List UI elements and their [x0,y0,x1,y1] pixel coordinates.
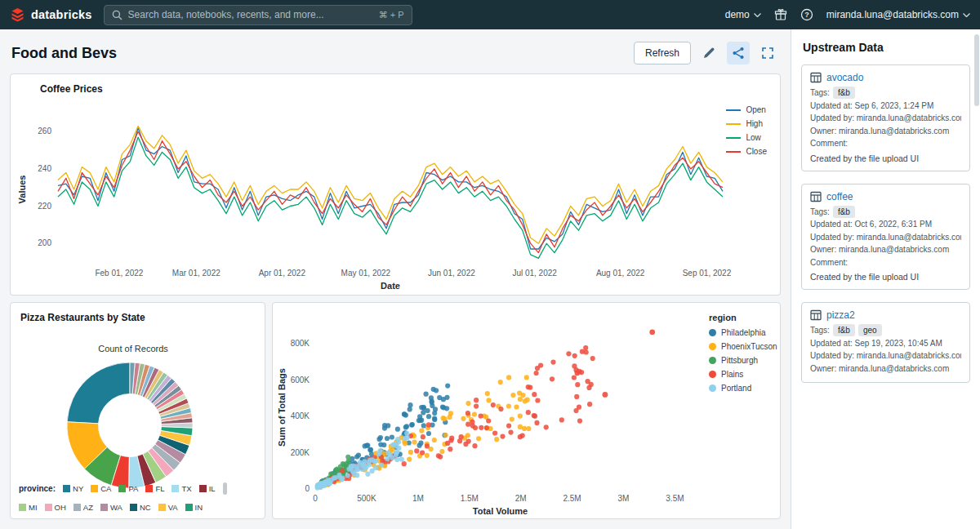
edit-button[interactable] [697,42,720,64]
legend-item-oh[interactable]: OH [45,503,66,512]
help-button[interactable]: ? [800,8,813,21]
tag-pill-fb[interactable]: f&b [833,324,855,336]
tag-pill-fb[interactable]: f&b [833,87,855,99]
table-icon [810,72,822,83]
legend-item-az[interactable]: AZ [74,503,93,512]
legend-label: VA [168,503,178,512]
table-icon [810,309,822,321]
legend-item-tx[interactable]: TX [172,484,191,493]
legend-item-wa[interactable]: WA [100,503,122,512]
svg-text:500K: 500K [357,494,376,503]
upstream-data-panel: Upstream Data avocadoTags:f&bUpdated at:… [791,29,980,529]
svg-text:400K: 400K [291,411,310,420]
legend-label: High [746,119,763,128]
scrollbar-thumb[interactable] [974,34,979,106]
donut-slice-ny[interactable] [67,362,130,424]
databricks-logo[interactable]: databricks [10,7,92,23]
comment-label: Comment: [810,137,961,150]
line-series-open[interactable] [58,128,723,249]
upstream-cards: avocadoTags:f&bUpdated at: Sep 6, 2023, … [801,64,970,383]
tags-label: Tags: [810,324,830,337]
table-link-pizza2[interactable]: pizza2 [826,309,855,321]
legend-label: Open [746,105,765,114]
share-icon [732,47,745,60]
legend-item-low[interactable]: Low [726,133,767,142]
fullscreen-button[interactable] [756,42,779,64]
comment-value: Created by the file upload UI [810,272,961,282]
tags-label: Tags: [810,87,830,100]
legend-swatch [185,504,193,511]
legend-swatch [726,151,741,153]
tag-pill-geo[interactable]: geo [858,324,882,336]
legend-item-in[interactable]: IN [185,503,203,512]
search-icon [112,10,122,20]
workspace-menu[interactable]: demo [725,9,761,20]
gift-icon [774,8,787,21]
legend-item-phoenixtucson[interactable]: PhoenixTucson [709,342,777,351]
legend-swatch [118,485,126,492]
legend-item-pa[interactable]: PA [118,484,138,493]
svg-text:3M: 3M [618,494,630,503]
legend-swatch [91,485,98,492]
legend-label: Plains [721,370,743,379]
legend-item-ca[interactable]: CA [91,484,111,493]
legend-item-pittsburgh[interactable]: Pittsburgh [709,356,777,365]
legend-item-il[interactable]: IL [199,484,216,493]
legend-item-philadelphia[interactable]: Philadelphia [709,328,777,337]
pizza-by-state-chart-card: Pizza Restaurants by State Count of Reco… [10,302,265,519]
legend-item-plains[interactable]: Plains [709,370,777,379]
share-lineage-button[interactable] [727,42,750,64]
updated-at-row: Updated at: Sep 6, 2023, 1:24 PM [810,100,961,113]
legend-item-fl[interactable]: FL [145,484,164,493]
legend-swatch [63,485,70,492]
coffee-prices-line-chart[interactable]: 200220240260Feb 01, 2022Mar 01, 2022Apr … [11,74,780,295]
svg-text:0: 0 [305,484,310,493]
svg-text:260: 260 [38,127,51,136]
legend-item-nc[interactable]: NC [130,503,151,512]
updated-by-row: Updated by: miranda.luna@databricks.com [810,231,961,244]
updated-by-row: Updated by: miranda.luna@databricks.com [810,349,961,362]
table-link-avocado[interactable]: avocado [826,72,863,83]
fullscreen-icon [761,47,774,60]
owner-row: Owner: miranda.luna@databricks.com [810,362,961,376]
svg-text:220: 220 [38,202,51,211]
legend-swatch [726,123,741,125]
dashboard-main: Food and Bevs Refresh [0,29,791,529]
legend-item-close[interactable]: Close [726,147,767,156]
workspace-name: demo [725,9,750,20]
line-series-close[interactable] [58,131,723,252]
legend-label: IL [209,484,216,493]
svg-text:Jun 01, 2022: Jun 01, 2022 [428,269,475,278]
line-series-low[interactable] [58,137,723,258]
svg-text:1.5M: 1.5M [461,494,479,503]
legend-item-high[interactable]: High [726,119,767,128]
upstream-card-coffee: coffeeTags:f&bUpdated at: Oct 6, 2022, 6… [801,184,970,291]
svg-text:1M: 1M [412,494,424,503]
coffee-prices-chart-card: Coffee Prices 200220240260Feb 01, 2022Ma… [10,73,781,296]
svg-text:240: 240 [38,164,51,173]
help-icon: ? [800,8,813,21]
legend-swatch [130,504,137,511]
legend-item-portland[interactable]: Portland [709,384,777,393]
whats-new-button[interactable] [774,8,787,21]
legend-item-ny[interactable]: NY [63,484,83,493]
user-email: miranda.luna@databricks.com [826,9,959,20]
region-scatter-chart[interactable]: 0500K1M1.5M2M2.5M3M3.5M0200K400K600K800K… [273,303,780,518]
user-menu[interactable]: miranda.luna@databricks.com [826,9,970,20]
legend-swatch [199,485,207,492]
tag-pill-fb[interactable]: f&b [833,206,855,218]
svg-text:200: 200 [38,238,51,247]
global-search-input[interactable]: Search data, notebooks, recents, and mor… [104,5,412,25]
legend-item-va[interactable]: VA [158,503,178,512]
legend-swatch [726,109,741,111]
legend-swatch [45,504,52,511]
scatter-series-portland[interactable] [315,431,410,491]
legend-label: Portland [721,384,751,393]
legend-scrollbar-thumb[interactable] [223,482,227,495]
legend-item-open[interactable]: Open [726,105,767,114]
search-placeholder: Search data, notebooks, recents, and mor… [128,9,373,20]
table-link-coffee[interactable]: coffee [826,191,853,202]
legend-item-mi[interactable]: MI [19,503,38,512]
tags-row: Tags:f&b [810,87,961,100]
refresh-button[interactable]: Refresh [634,42,691,64]
